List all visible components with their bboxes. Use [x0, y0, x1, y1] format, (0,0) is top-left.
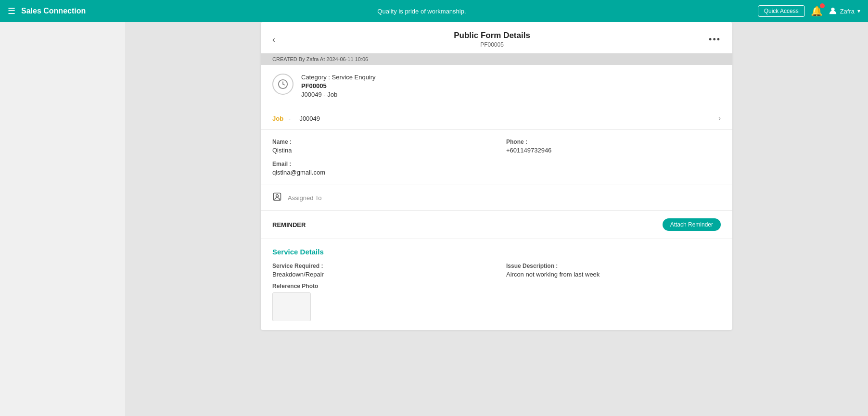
record-job: J00049 - Job — [301, 91, 376, 98]
more-options-button[interactable]: ••• — [709, 35, 721, 45]
record-icon — [272, 74, 294, 95]
reference-photo-label: Reference Photo — [272, 283, 721, 290]
record-info: Category : Service Enquiry PF00005 J0004… — [301, 74, 376, 98]
reminder-row: REMINDER Attach Reminder — [261, 211, 732, 239]
page-title: Public Form Details — [454, 31, 530, 40]
svg-point-3 — [276, 195, 279, 197]
phone-value: +601149732946 — [506, 147, 721, 154]
chevron-down-icon: ▾ — [857, 8, 860, 14]
assigned-to-text: Assigned To — [288, 194, 322, 202]
attach-reminder-button[interactable]: Attach Reminder — [663, 218, 721, 231]
notification-badge — [820, 3, 825, 8]
user-icon — [829, 6, 837, 16]
service-section: Service Details Service Required : Break… — [261, 239, 732, 330]
service-required-value: Breakdown/Repair — [272, 271, 487, 278]
record-category: Category : Service Enquiry — [301, 74, 376, 81]
email-field: Email : qistina@gmail.com — [272, 161, 487, 176]
phone-field: Phone : +601149732946 — [506, 139, 721, 154]
page-title-block: Public Form Details PF00005 — [454, 31, 530, 48]
record-summary: Category : Service Enquiry PF00005 J0004… — [261, 65, 732, 107]
brand-title: Sales Connection — [21, 7, 86, 15]
created-by-bar: CREATED By Zafra At 2024-06-11 10:06 — [261, 53, 732, 65]
back-button[interactable]: ‹ — [272, 35, 275, 45]
menu-icon[interactable]: ☰ — [8, 6, 15, 16]
page-header: ‹ Public Form Details PF00005 ••• — [261, 22, 732, 53]
issue-description-field: Issue Description : Aircon not working f… — [506, 263, 721, 278]
contact-section: Name : Qistina Phone : +601149732946 Ema… — [261, 130, 732, 185]
job-label: Job — [272, 115, 283, 122]
email-value: qistina@gmail.com — [272, 169, 487, 176]
reference-photo-placeholder — [272, 292, 311, 321]
chevron-right-icon: › — [718, 114, 721, 123]
issue-description-value: Aircon not working from last week — [506, 271, 721, 278]
content-card: ‹ Public Form Details PF00005 ••• CREATE… — [261, 22, 732, 330]
page-subtitle: PF00005 — [454, 41, 530, 48]
quick-access-button[interactable]: Quick Access — [758, 5, 805, 17]
service-required-field: Service Required : Breakdown/Repair — [272, 263, 487, 278]
sidebar — [0, 22, 125, 416]
job-separator: - — [289, 115, 291, 122]
assigned-to-row: Assigned To — [261, 185, 732, 211]
record-id: PF00005 — [301, 82, 376, 89]
svg-point-0 — [831, 7, 834, 11]
job-value: J00049 — [299, 115, 320, 122]
user-name: Zafra — [840, 8, 855, 15]
name-value: Qistina — [272, 147, 487, 154]
tagline: Quality is pride of workmanship. — [86, 8, 757, 15]
name-field: Name : Qistina — [272, 139, 487, 154]
reminder-label: REMINDER — [272, 221, 306, 228]
notification-bell[interactable]: 🔔 — [811, 5, 823, 17]
assigned-to-icon — [272, 192, 282, 203]
user-menu[interactable]: Zafra ▾ — [829, 6, 860, 16]
service-details-heading: Service Details — [272, 248, 721, 256]
job-row[interactable]: Job - J00049 › — [261, 107, 732, 130]
